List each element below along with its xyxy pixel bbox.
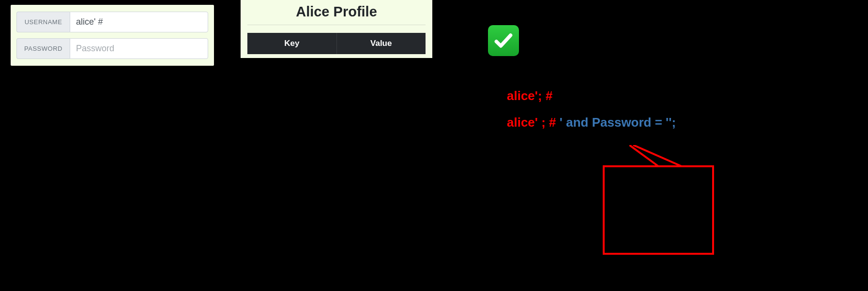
password-input[interactable] xyxy=(70,38,208,59)
column-header-key: Key xyxy=(247,33,337,54)
profile-panel: Alice Profile Key Value xyxy=(241,0,432,58)
profile-table: Key Value xyxy=(247,33,426,54)
annotation-line-2-injection: alice' ; # xyxy=(507,115,560,130)
login-form: USERNAME PASSWORD xyxy=(11,5,214,66)
annotation-line-2-comment: ' and Password = ''; xyxy=(560,115,676,130)
profile-table-header: Key Value xyxy=(247,33,426,54)
profile-title: Alice Profile xyxy=(247,2,426,25)
profile-separator xyxy=(247,25,426,25)
annotation-line-1: alice'; # xyxy=(507,88,552,103)
annotation-line-2: alice' ; # ' and Password = ''; xyxy=(507,115,676,130)
username-row: USERNAME xyxy=(16,12,208,32)
column-header-value: Value xyxy=(337,33,426,54)
username-input[interactable] xyxy=(70,12,208,32)
svg-line-0 xyxy=(629,145,658,166)
svg-line-1 xyxy=(633,145,682,166)
callout-box xyxy=(603,165,714,255)
username-label: USERNAME xyxy=(16,12,70,32)
password-row: PASSWORD xyxy=(16,38,208,59)
password-label: PASSWORD xyxy=(16,38,70,59)
checkmark-icon xyxy=(488,25,519,56)
